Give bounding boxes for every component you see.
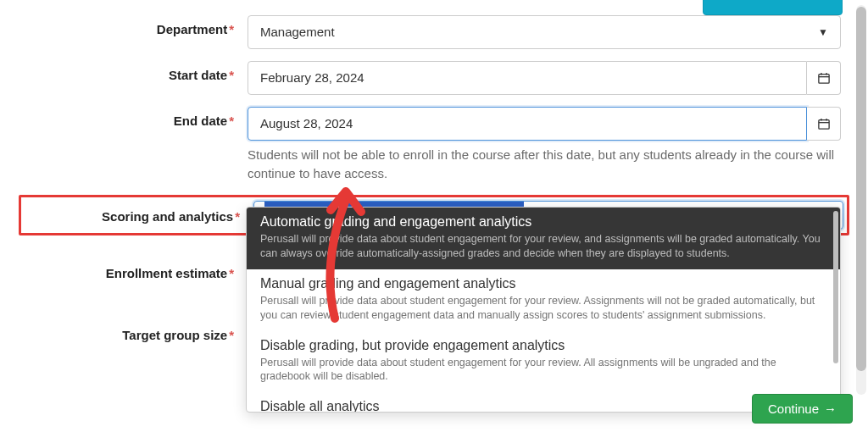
dropdown-scrollbar[interactable] — [833, 211, 838, 363]
end-date-help: Students will not be able to enroll in t… — [248, 146, 841, 183]
svg-rect-4 — [818, 120, 828, 130]
calendar-icon — [818, 72, 830, 84]
department-label: Department* — [19, 15, 248, 36]
end-date-row: End date* August 28, 2024 Students will … — [19, 107, 849, 183]
scoring-label: Scoring and analytics* — [25, 206, 253, 224]
page-scrollbar-thumb[interactable] — [856, 7, 866, 371]
end-date-input[interactable]: August 28, 2024 — [248, 107, 807, 141]
department-row: Department* Management ▼ — [19, 15, 849, 49]
end-date-calendar-button[interactable] — [807, 107, 841, 141]
copy-settings-button[interactable] — [703, 0, 843, 15]
start-date-row: Start date* February 28, 2024 — [19, 61, 849, 95]
end-date-label: End date* — [19, 107, 248, 128]
department-select[interactable]: Management ▼ — [248, 15, 841, 49]
scoring-option-manual[interactable]: Manual grading and engagement analytics … — [247, 269, 840, 331]
caret-down-icon: ▼ — [818, 16, 828, 48]
start-date-label: Start date* — [19, 61, 248, 82]
continue-button[interactable]: Continue → — [752, 394, 853, 424]
scoring-option-automatic[interactable]: Automatic grading and engagement analyti… — [247, 208, 840, 269]
start-date-input[interactable]: February 28, 2024 — [248, 61, 807, 95]
svg-rect-0 — [818, 75, 828, 84]
start-date-calendar-button[interactable] — [807, 61, 841, 95]
scoring-option-disable-grading[interactable]: Disable grading, but provide engagement … — [247, 331, 840, 393]
calendar-icon — [818, 118, 830, 130]
scoring-dropdown: Automatic grading and engagement analyti… — [246, 207, 841, 413]
enrollment-label: Enrollment estimate* — [19, 259, 248, 280]
department-value: Management — [260, 16, 811, 48]
arrow-right-icon: → — [824, 402, 837, 416]
target-group-label: Target group size* — [19, 321, 248, 342]
